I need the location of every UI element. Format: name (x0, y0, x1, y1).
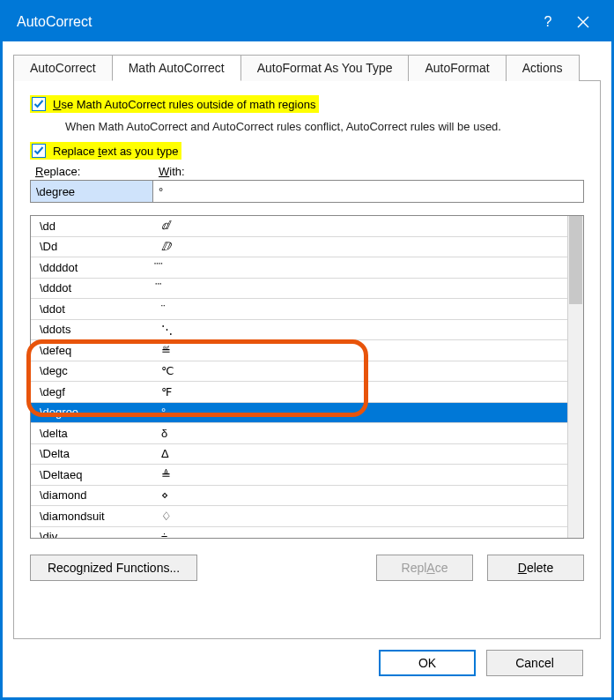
checkbox-replace-as-you-type-label[interactable]: Replace text as you type (53, 145, 178, 158)
scrollbar-vertical[interactable] (567, 216, 583, 538)
table-row[interactable]: \Ddⅅ (31, 237, 567, 258)
cell-with: ° (154, 406, 567, 419)
table-row[interactable]: \degc℃ (31, 361, 567, 383)
inputs-row (30, 180, 584, 203)
recognized-functions-button[interactable]: Recognized Functions... (30, 555, 197, 581)
cell-with: δ (154, 427, 567, 440)
cell-replace: \dddot (31, 281, 154, 294)
tab-autoformat[interactable]: AutoFormat (408, 55, 506, 81)
cell-with: ¨ (154, 302, 567, 316)
replace-button[interactable]: ReplAce (376, 555, 473, 581)
cell-replace: \degree (31, 406, 154, 419)
cell-with: ⅆ (154, 219, 567, 233)
cell-with: ≝ (154, 344, 567, 357)
table-row[interactable]: \diamond⋄ (31, 486, 567, 507)
tab-autocorrect[interactable]: AutoCorrect (13, 55, 113, 81)
table-row[interactable]: \div÷ (31, 527, 567, 539)
cell-replace: \diamondsuit (31, 510, 154, 523)
cell-replace: \dd (31, 220, 154, 233)
cell-with: ≜ (154, 468, 567, 481)
cell-replace: \diamond (31, 488, 154, 502)
with-input[interactable] (152, 180, 584, 203)
window-title: AutoCorrect (17, 14, 530, 30)
scrollbar-thumb[interactable] (569, 216, 582, 304)
cell-replace: \defeq (31, 344, 154, 357)
table-row[interactable]: \dddot⃛ (31, 279, 567, 300)
tabstrip: AutoCorrect Math AutoCorrect AutoFormat … (13, 54, 601, 81)
cell-replace: \degf (31, 385, 154, 398)
close-button[interactable] (566, 16, 601, 28)
tab-panel: Use Math AutoCorrect rules outside of ma… (13, 81, 601, 639)
table-row[interactable]: \degf℉ (31, 382, 567, 403)
table-row[interactable]: \deltaδ (31, 423, 567, 444)
cell-with: ⋄ (154, 488, 567, 502)
autocorrect-table[interactable]: \ddⅆ\Ddⅅ\ddddot⃜\dddot⃛\ddot¨\ddots⋱\def… (31, 216, 567, 538)
cell-with: ⅅ (154, 240, 567, 254)
cell-with: ℃ (154, 364, 567, 377)
cell-replace: \Deltaeq (31, 468, 154, 481)
title-bar: AutoCorrect ? (3, 3, 611, 41)
cell-replace: \ddot (31, 302, 154, 316)
cell-replace: \delta (31, 427, 154, 440)
help-button[interactable]: ? (530, 14, 566, 30)
hint-conflict-rules: When Math AutoCorrect and AutoCorrect ru… (65, 120, 584, 133)
table-row[interactable]: \ddots⋱ (31, 320, 567, 341)
cell-replace: \ddots (31, 323, 154, 336)
cell-replace: \Dd (31, 240, 154, 253)
label-with: With: (159, 165, 584, 178)
cancel-button[interactable]: Cancel (486, 650, 583, 676)
cell-with: ⃜ (154, 261, 567, 274)
delete-button[interactable]: Delete (487, 555, 584, 581)
cell-with: ÷ (154, 530, 567, 538)
table-row[interactable]: \defeq≝ (31, 340, 567, 361)
table-row[interactable]: \diamondsuit♢ (31, 506, 567, 527)
ok-button[interactable]: OK (379, 650, 476, 676)
label-replace: Replace: (35, 165, 159, 178)
tab-autoformat-as-you-type[interactable]: AutoFormat As You Type (240, 55, 410, 81)
cell-replace: \div (31, 530, 154, 538)
cell-replace: \degc (31, 364, 154, 377)
checkbox-replace-as-you-type[interactable] (32, 144, 46, 158)
dialog-body: AutoCorrect Math AutoCorrect AutoFormat … (3, 41, 611, 697)
cell-replace: \Delta (31, 447, 154, 460)
table-container: \ddⅆ\Ddⅅ\ddddot⃜\dddot⃛\ddot¨\ddots⋱\def… (30, 215, 584, 539)
replace-with-header: Replace: With: (35, 165, 584, 178)
dialog-footer: OK Cancel (13, 639, 601, 689)
table-row[interactable]: \ddⅆ (31, 216, 567, 237)
cell-with: ⋱ (154, 323, 567, 336)
table-row[interactable]: \ddddot⃜ (31, 257, 567, 279)
checkbox-use-outside-math-label[interactable]: Use Math AutoCorrect rules outside of ma… (53, 98, 315, 111)
tab-actions[interactable]: Actions (506, 55, 580, 81)
checkbox-use-outside-math[interactable] (32, 97, 46, 111)
cell-with: ⃛ (154, 281, 567, 294)
table-row[interactable]: \ddot¨ (31, 299, 567, 320)
cell-with: Δ (154, 447, 567, 460)
table-row[interactable]: \Deltaeq≜ (31, 465, 567, 486)
cell-with: ♢ (154, 510, 567, 523)
table-row[interactable]: \DeltaΔ (31, 444, 567, 465)
cell-with: ℉ (154, 385, 567, 398)
table-row[interactable]: \degree° (31, 403, 567, 424)
replace-input[interactable] (30, 180, 153, 203)
tab-math-autocorrect[interactable]: Math AutoCorrect (112, 55, 241, 81)
cell-replace: \ddddot (31, 261, 154, 274)
